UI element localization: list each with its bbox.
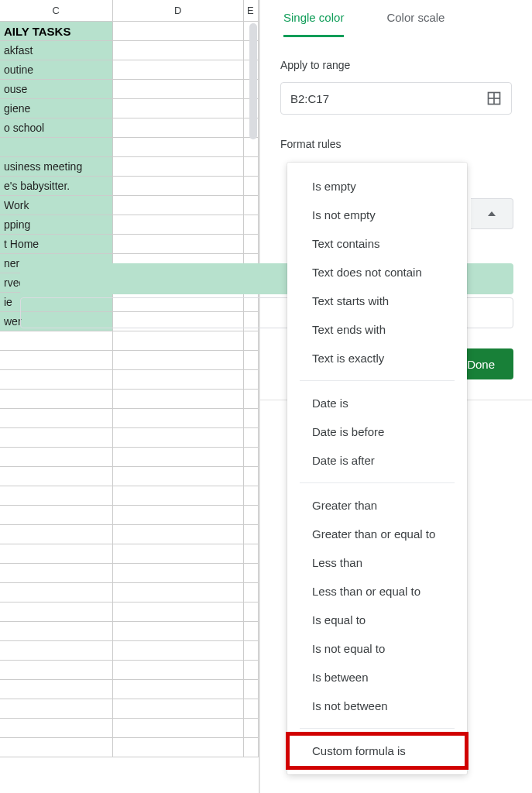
cell[interactable] <box>0 409 113 428</box>
dropdown-item[interactable]: Custom formula is <box>287 736 467 765</box>
tab-single-color[interactable]: Single color <box>283 11 344 37</box>
cell[interactable] <box>113 583 244 602</box>
cell[interactable] <box>0 390 113 409</box>
format-rule-dropdown-trigger[interactable] <box>471 198 513 229</box>
cell[interactable] <box>244 622 259 641</box>
cell[interactable] <box>0 680 113 699</box>
cell[interactable] <box>0 564 113 583</box>
cell[interactable]: usiness meeting <box>0 157 113 177</box>
cell[interactable] <box>244 506 259 525</box>
cell[interactable] <box>113 738 244 757</box>
cell[interactable] <box>113 41 244 60</box>
cell[interactable] <box>244 331 259 351</box>
cell[interactable] <box>0 544 113 564</box>
range-input[interactable] <box>290 92 486 105</box>
cell[interactable]: Work <box>0 196 113 215</box>
cell[interactable] <box>0 641 113 661</box>
cell[interactable] <box>113 196 244 215</box>
cell[interactable] <box>244 719 259 738</box>
dropdown-item[interactable]: Is not between <box>287 692 467 720</box>
dropdown-item[interactable]: Is empty <box>287 172 467 201</box>
cell[interactable] <box>0 602 113 622</box>
dropdown-item[interactable]: Text ends with <box>287 315 467 344</box>
cell[interactable] <box>244 370 259 390</box>
cell[interactable] <box>244 680 259 699</box>
cell[interactable] <box>113 661 244 680</box>
cell[interactable] <box>113 390 244 409</box>
cell[interactable] <box>113 99 244 118</box>
cell[interactable] <box>0 506 113 525</box>
dropdown-item[interactable]: Less than or equal to <box>287 577 467 606</box>
cell[interactable] <box>244 699 259 719</box>
cell[interactable] <box>0 138 113 157</box>
cell[interactable] <box>0 525 113 544</box>
cell[interactable] <box>244 177 259 196</box>
cell[interactable] <box>244 448 259 467</box>
cell[interactable]: t Home <box>0 235 113 254</box>
dropdown-item[interactable]: Is equal to <box>287 606 467 634</box>
cell[interactable] <box>244 602 259 622</box>
cell[interactable] <box>244 641 259 661</box>
dropdown-item[interactable]: Is between <box>287 663 467 692</box>
dropdown-item[interactable]: Greater than <box>287 491 467 520</box>
cell[interactable] <box>0 661 113 680</box>
cell[interactable] <box>244 738 259 757</box>
cell[interactable] <box>0 428 113 448</box>
cell[interactable] <box>0 486 113 506</box>
cell[interactable]: ouse <box>0 80 113 99</box>
cell[interactable] <box>244 486 259 506</box>
cell[interactable]: pping <box>0 215 113 235</box>
dropdown-item[interactable]: Date is <box>287 389 467 417</box>
cell[interactable] <box>113 118 244 138</box>
cell[interactable] <box>244 196 259 215</box>
cell[interactable] <box>244 157 259 177</box>
cell[interactable]: e's babysitter. <box>0 177 113 196</box>
cell[interactable]: o school <box>0 118 113 138</box>
cell[interactable] <box>244 215 259 235</box>
dropdown-item[interactable]: Text starts with <box>287 287 467 315</box>
cell[interactable] <box>113 80 244 99</box>
cell[interactable] <box>113 215 244 235</box>
cell[interactable] <box>113 680 244 699</box>
cell[interactable] <box>113 351 244 370</box>
cell[interactable] <box>0 583 113 602</box>
select-range-icon[interactable] <box>486 91 502 106</box>
col-header-d[interactable]: D <box>113 0 244 22</box>
cell[interactable] <box>244 235 259 254</box>
cell[interactable] <box>0 467 113 486</box>
cell[interactable] <box>113 428 244 448</box>
cell[interactable]: AILY TASKS <box>0 22 113 41</box>
cell[interactable] <box>113 506 244 525</box>
cell[interactable] <box>0 448 113 467</box>
cell[interactable] <box>113 60 244 80</box>
cell[interactable] <box>113 448 244 467</box>
sheet-scrollbar[interactable] <box>249 23 257 139</box>
cell[interactable] <box>244 351 259 370</box>
cell[interactable] <box>113 177 244 196</box>
cell[interactable] <box>113 409 244 428</box>
cell[interactable] <box>113 719 244 738</box>
cell[interactable] <box>244 467 259 486</box>
cell[interactable] <box>244 409 259 428</box>
dropdown-item[interactable]: Date is before <box>287 417 467 446</box>
cell[interactable] <box>0 370 113 390</box>
cell[interactable] <box>113 22 244 41</box>
cell[interactable] <box>0 622 113 641</box>
cell[interactable]: akfast <box>0 41 113 60</box>
col-header-e[interactable]: E <box>244 0 259 22</box>
cell[interactable] <box>113 467 244 486</box>
cell[interactable] <box>113 564 244 583</box>
col-header-c[interactable]: C <box>0 0 113 22</box>
cell[interactable] <box>113 699 244 719</box>
dropdown-item[interactable]: Greater than or equal to <box>287 520 467 548</box>
cell[interactable] <box>0 331 113 351</box>
cell[interactable] <box>113 622 244 641</box>
cell[interactable] <box>244 583 259 602</box>
cell[interactable] <box>244 525 259 544</box>
cell[interactable] <box>244 661 259 680</box>
cell[interactable] <box>113 235 244 254</box>
cell[interactable] <box>113 602 244 622</box>
dropdown-item[interactable]: Less than <box>287 548 467 577</box>
cell[interactable] <box>0 699 113 719</box>
cell[interactable] <box>244 138 259 157</box>
